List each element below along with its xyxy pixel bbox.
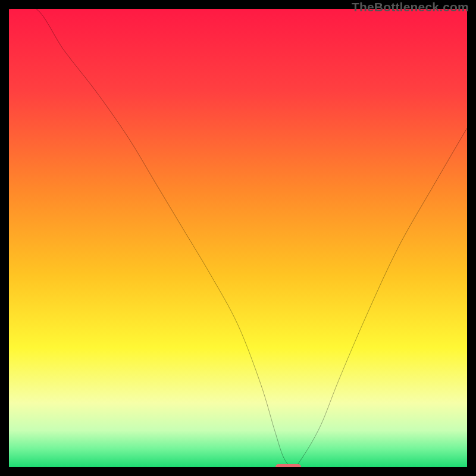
chart-frame: TheBottleneck.com — [0, 0, 476, 476]
plot-area — [9, 9, 467, 467]
bottleneck-curve — [9, 9, 467, 467]
source-label: TheBottleneck.com — [352, 0, 469, 14]
optimum-marker — [275, 464, 301, 467]
